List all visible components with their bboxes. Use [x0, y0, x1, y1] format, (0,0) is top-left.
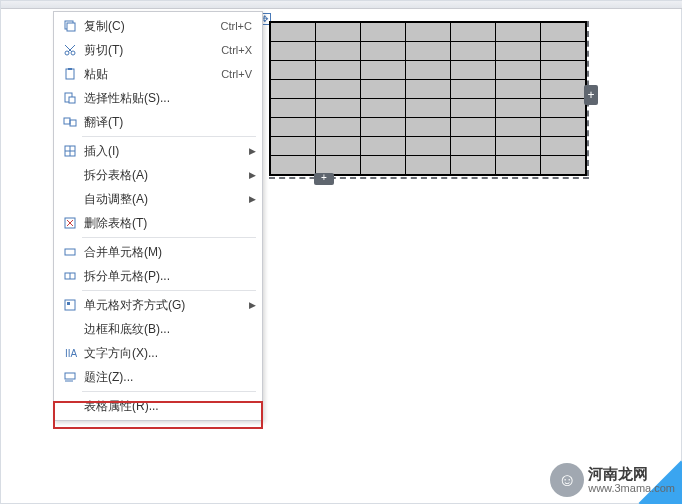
table-cell[interactable]	[496, 156, 541, 175]
table-cell[interactable]	[406, 156, 451, 175]
insert-table-icon	[60, 143, 80, 159]
table-cell[interactable]	[496, 23, 541, 42]
table-cell[interactable]	[406, 61, 451, 80]
table-grid[interactable]	[269, 21, 587, 176]
table-cell[interactable]	[316, 80, 361, 99]
menu-separator	[82, 391, 256, 392]
table-cell[interactable]	[406, 80, 451, 99]
caption-icon	[60, 369, 80, 385]
menu-label: 表格属性(R)...	[80, 398, 256, 415]
table-cell[interactable]	[361, 137, 406, 156]
table-cell[interactable]	[496, 118, 541, 137]
table-cell[interactable]	[496, 80, 541, 99]
table-cell[interactable]	[541, 118, 586, 137]
menu-item-split-cells[interactable]: 拆分单元格(P)...	[54, 264, 262, 288]
menu-item-copy[interactable]: 复制(C) Ctrl+C	[54, 14, 262, 38]
table-cell[interactable]	[271, 99, 316, 118]
menu-item-text-direction[interactable]: IIA 文字方向(X)...	[54, 341, 262, 365]
menu-label: 剪切(T)	[80, 42, 221, 59]
table-cell[interactable]	[451, 137, 496, 156]
table-cell[interactable]	[451, 99, 496, 118]
menu-item-insert[interactable]: 插入(I) ▶	[54, 139, 262, 163]
table-cell[interactable]	[361, 42, 406, 61]
menu-label: 自动调整(A)	[80, 191, 246, 208]
menu-label: 选择性粘贴(S)...	[80, 90, 256, 107]
table-cell[interactable]	[496, 137, 541, 156]
submenu-arrow-icon: ▶	[246, 146, 256, 156]
menu-label: 边框和底纹(B)...	[80, 321, 256, 338]
table-cell[interactable]	[406, 42, 451, 61]
table-cell[interactable]	[541, 23, 586, 42]
table-cell[interactable]	[271, 118, 316, 137]
table-cell[interactable]	[316, 23, 361, 42]
menu-item-cut[interactable]: 剪切(T) Ctrl+X	[54, 38, 262, 62]
table-cell[interactable]	[451, 23, 496, 42]
table-cell[interactable]	[406, 99, 451, 118]
menu-label: 翻译(T)	[80, 114, 256, 131]
menu-separator	[82, 237, 256, 238]
table-cell[interactable]	[316, 42, 361, 61]
menu-item-autofit[interactable]: 自动调整(A) ▶	[54, 187, 262, 211]
table-cell[interactable]	[361, 99, 406, 118]
table-cell[interactable]	[406, 118, 451, 137]
table-cell[interactable]	[406, 137, 451, 156]
svg-rect-6	[66, 69, 74, 79]
table-cell[interactable]	[541, 42, 586, 61]
table-cell[interactable]	[316, 118, 361, 137]
table-cell[interactable]	[451, 61, 496, 80]
table-cell[interactable]	[271, 42, 316, 61]
table-cell[interactable]	[271, 80, 316, 99]
table-cell[interactable]	[271, 23, 316, 42]
table-cell[interactable]	[271, 137, 316, 156]
menu-item-caption[interactable]: 题注(Z)...	[54, 365, 262, 389]
copy-icon	[60, 18, 80, 34]
table-cell[interactable]	[361, 156, 406, 175]
svg-text:IIA: IIA	[65, 348, 77, 359]
table-cell[interactable]	[541, 137, 586, 156]
table-cell[interactable]	[271, 156, 316, 175]
menu-item-cell-align[interactable]: 单元格对齐方式(G) ▶	[54, 293, 262, 317]
menu-item-paste[interactable]: 粘贴 Ctrl+V	[54, 62, 262, 86]
table-cell[interactable]	[361, 23, 406, 42]
blank-icon	[60, 167, 80, 183]
table-cell[interactable]	[361, 80, 406, 99]
submenu-arrow-icon: ▶	[246, 300, 256, 310]
table-cell[interactable]	[451, 80, 496, 99]
table-cell[interactable]	[451, 42, 496, 61]
menu-shortcut: Ctrl+C	[221, 20, 256, 32]
table-cell[interactable]	[361, 61, 406, 80]
table-cell[interactable]	[451, 118, 496, 137]
document-canvas: ✥ + + 复制(C) Ctrl+C 剪切(T) Ctrl+X 粘贴 Ctrl+…	[0, 0, 682, 504]
add-row-handle-icon[interactable]: +	[314, 173, 334, 185]
menu-item-merge-cells[interactable]: 合并单元格(M)	[54, 240, 262, 264]
menu-label: 单元格对齐方式(G)	[80, 297, 246, 314]
menu-label: 删除表格(T)	[80, 215, 256, 232]
table-cell[interactable]	[406, 23, 451, 42]
table-cell[interactable]	[451, 156, 496, 175]
table-cell[interactable]	[316, 99, 361, 118]
table-cell[interactable]	[541, 61, 586, 80]
align-icon	[60, 297, 80, 313]
menu-item-borders[interactable]: 边框和底纹(B)...	[54, 317, 262, 341]
menu-item-table-properties[interactable]: 表格属性(R)...	[54, 394, 262, 418]
table-cell[interactable]	[496, 42, 541, 61]
menu-item-paste-special[interactable]: 选择性粘贴(S)...	[54, 86, 262, 110]
merge-cells-icon	[60, 244, 80, 260]
add-column-handle-icon[interactable]: +	[584, 85, 598, 105]
table-cell[interactable]	[541, 80, 586, 99]
menu-item-split-table[interactable]: 拆分表格(A) ▶	[54, 163, 262, 187]
watermark: ☺ 河南龙网 www.3mama.com	[550, 463, 675, 497]
table-cell[interactable]	[541, 156, 586, 175]
menu-separator	[82, 136, 256, 137]
menu-item-delete-table[interactable]: 删除表格(T)	[54, 211, 262, 235]
table-cell[interactable]	[316, 137, 361, 156]
delete-table-icon	[60, 215, 80, 231]
menu-item-translate[interactable]: 翻译(T)	[54, 110, 262, 134]
table-cell[interactable]	[316, 61, 361, 80]
table-cell[interactable]	[496, 61, 541, 80]
table-cell[interactable]	[271, 61, 316, 80]
svg-rect-22	[67, 302, 70, 305]
table-cell[interactable]	[541, 99, 586, 118]
table-cell[interactable]	[496, 99, 541, 118]
table-cell[interactable]	[361, 118, 406, 137]
